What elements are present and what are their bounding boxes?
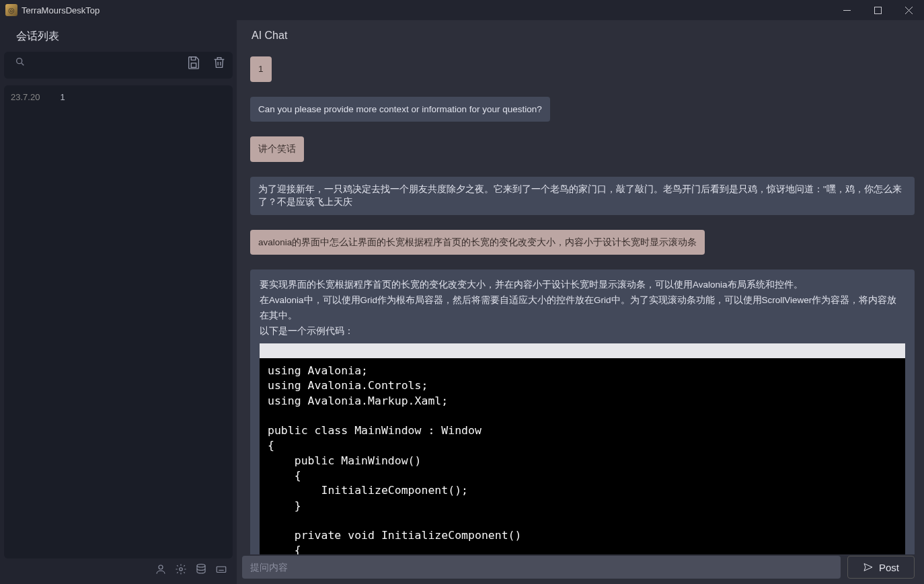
title-bar: ◎ TerraMoursDeskTop bbox=[0, 0, 924, 20]
sidebar: 会话列表 23.7.20 1 bbox=[0, 20, 237, 584]
search-icon bbox=[15, 56, 26, 69]
window-maximize-button[interactable] bbox=[862, 0, 893, 20]
sidebar-footer bbox=[4, 558, 233, 581]
keyboard-icon[interactable] bbox=[215, 563, 227, 577]
message-user: 讲个笑话 bbox=[250, 136, 304, 162]
code-text: using Avalonia; using Avalonia.Controls;… bbox=[268, 364, 522, 554]
answer-line: 以下是一个示例代码： bbox=[260, 324, 905, 339]
window-minimize-button[interactable] bbox=[831, 0, 862, 20]
message-user: avalonia的界面中怎么让界面的长宽根据程序首页的长宽的变化改变大小，内容小… bbox=[250, 230, 705, 255]
svg-point-1 bbox=[17, 58, 22, 63]
delete-button[interactable] bbox=[210, 53, 229, 72]
code-block: using Avalonia; using Avalonia.Controls;… bbox=[260, 343, 905, 554]
conversation-item[interactable]: 23.7.20 1 bbox=[7, 89, 230, 105]
conversation-title: 1 bbox=[60, 92, 65, 102]
answer-line: 要实现界面的长宽根据程序首页的长宽的变化改变大小，并在内容小于设计长宽时显示滚动… bbox=[260, 278, 905, 293]
code-header bbox=[260, 343, 905, 358]
window-close-button[interactable] bbox=[893, 0, 924, 20]
chat-title: AI Chat bbox=[237, 20, 924, 51]
sidebar-title: 会话列表 bbox=[4, 27, 233, 52]
message-assistant: 为了迎接新年，一只鸡决定去找一个朋友共度除夕之夜。它来到了一个老鸟的家门口，敲了… bbox=[250, 177, 915, 215]
message-assistant-code: 要实现界面的长宽根据程序首页的长宽的变化改变大小，并在内容小于设计长宽时显示滚动… bbox=[250, 269, 915, 554]
svg-point-5 bbox=[197, 564, 205, 567]
message-user: 1 bbox=[250, 56, 272, 82]
message-input[interactable] bbox=[242, 556, 841, 579]
save-button[interactable] bbox=[184, 53, 203, 72]
post-label: Post bbox=[879, 562, 899, 573]
svg-point-4 bbox=[180, 567, 183, 571]
sidebar-toolbar bbox=[4, 52, 233, 79]
answer-line: 在Avalonia中，可以使用Grid作为根布局容器，然后将需要自适应大小的控件… bbox=[260, 293, 905, 324]
svg-rect-0 bbox=[874, 7, 881, 13]
database-icon[interactable] bbox=[195, 563, 207, 577]
svg-point-3 bbox=[159, 565, 163, 569]
gear-icon[interactable] bbox=[175, 563, 187, 577]
message-list[interactable]: 1 Can you please provide more context or… bbox=[237, 51, 924, 554]
send-icon bbox=[863, 562, 874, 573]
message-assistant: Can you please provide more context or i… bbox=[250, 97, 550, 122]
conversation-date: 23.7.20 bbox=[11, 92, 40, 102]
conversation-list: 23.7.20 1 bbox=[4, 85, 233, 558]
svg-rect-2 bbox=[191, 63, 196, 67]
input-row: Post bbox=[237, 554, 924, 584]
app-icon: ◎ bbox=[5, 4, 17, 16]
chat-panel: AI Chat 1 Can you please provide more co… bbox=[237, 20, 924, 584]
post-button[interactable]: Post bbox=[847, 556, 915, 579]
svg-rect-6 bbox=[217, 567, 226, 572]
app-title: TerraMoursDeskTop bbox=[22, 5, 100, 15]
search-input-wrapper[interactable] bbox=[8, 52, 178, 73]
user-icon[interactable] bbox=[155, 563, 167, 577]
